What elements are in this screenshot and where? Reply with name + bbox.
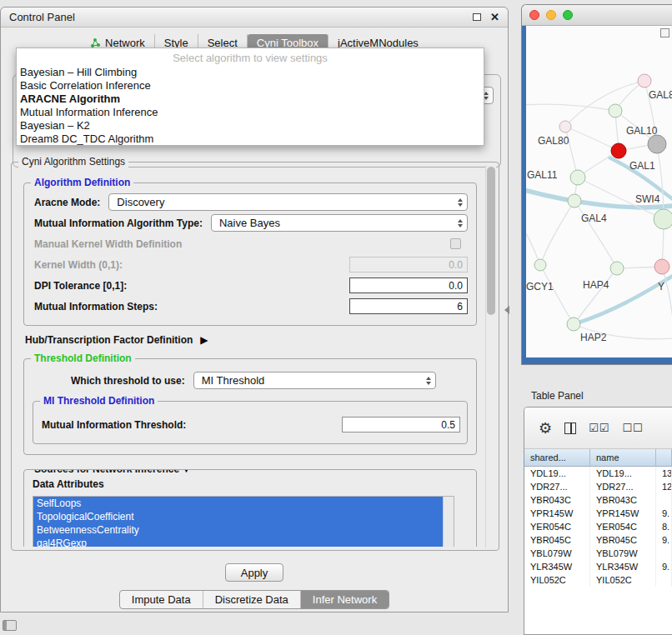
table-row[interactable]: YBL079WYBL079W — [524, 547, 672, 560]
dpi-tolerance-row: DPI Tolerance [0,1]: — [34, 275, 468, 296]
list-item[interactable]: TopologicalCoefficient — [33, 510, 454, 523]
minimize-traffic-light[interactable] — [546, 10, 556, 20]
dpi-tolerance-label: DPI Tolerance [0,1]: — [34, 280, 127, 292]
cell: YDR27... — [590, 480, 656, 493]
mi-steps-field[interactable] — [349, 298, 468, 314]
manual-kernel-checkbox[interactable] — [450, 238, 461, 249]
settings-gear-icon[interactable]: ⚙ — [539, 419, 552, 438]
table-row[interactable]: YLR345WYLR345W9. — [524, 560, 672, 573]
dropdown-item[interactable]: Mutual Information Inference — [17, 106, 484, 119]
network-edges — [526, 81, 672, 339]
network-canvas[interactable]: GAL8 GAL80 GAL10 GAL11 GAL1 SWI4 GAL4 GC… — [526, 26, 672, 358]
cell: 9. — [656, 533, 672, 547]
algorithm-definition-title: Algorithm Definition — [31, 178, 133, 188]
cell: 9. — [656, 507, 672, 520]
table-row[interactable]: YDR27...YDR27...12 — [524, 480, 672, 493]
cell: 9. — [656, 560, 672, 573]
cell: YLR345W — [524, 560, 590, 573]
zoom-traffic-light[interactable] — [563, 10, 573, 20]
table-row[interactable]: YPR145WYPR145W9. — [524, 507, 672, 520]
mi-threshold-field[interactable] — [342, 417, 460, 432]
dropdown-item[interactable]: Bayesian – Hill Climbing — [17, 66, 484, 79]
cell: YDL19... — [590, 467, 656, 480]
network-node[interactable] — [609, 104, 622, 118]
node-label: GAL10 — [626, 125, 657, 137]
table-row[interactable]: YBR045CYBR045C9. — [524, 533, 672, 547]
select-all-columns-icon[interactable]: ☑☑ — [589, 422, 609, 434]
node-label: GAL1 — [629, 160, 655, 172]
close-traffic-light[interactable] — [529, 10, 539, 20]
network-node[interactable] — [559, 121, 571, 132]
birdseye-toggle-button[interactable] — [660, 28, 669, 38]
node-label: GCY1 — [526, 281, 554, 292]
table-row[interactable]: YER054CYER054C8. — [524, 520, 672, 533]
tab-impute-data[interactable]: Impute Data — [120, 591, 203, 608]
close-icon[interactable]: ✕ — [490, 12, 499, 22]
threshold-definition-title: Threshold Definition — [31, 352, 135, 364]
column-header-shared-name[interactable]: shared... — [524, 449, 590, 466]
table-panel-title: Table Panel — [521, 383, 672, 402]
list-item[interactable]: SelfLoops — [33, 497, 454, 510]
kernel-width-field[interactable] — [349, 257, 468, 272]
mi-type-value: Naive Bayes — [219, 217, 454, 229]
network-node[interactable] — [570, 170, 585, 185]
network-window-titlebar[interactable] — [522, 5, 672, 26]
cell: YER054C — [524, 520, 590, 533]
hub-definition-toggle[interactable]: Hub/Transcription Factor Definition ▶ — [25, 334, 477, 346]
manual-kernel-row: Manual Kernel Width Definition — [34, 233, 468, 254]
network-node[interactable] — [638, 74, 651, 88]
settings-scrollbar-thumb[interactable] — [487, 167, 495, 315]
network-node[interactable] — [534, 259, 546, 271]
network-node-selected[interactable] — [611, 143, 626, 158]
data-attributes-list: SelfLoops TopologicalCoefficient Between… — [33, 496, 454, 547]
mi-steps-row: Mutual Information Steps: — [34, 296, 468, 317]
bottom-tabs-segment: Impute Data Discretize Data Infer Networ… — [119, 590, 389, 609]
settings-group-title: Cyni Algorithm Settings — [18, 156, 128, 168]
list-item[interactable]: gal4RGexp — [33, 537, 454, 547]
mi-steps-label: Mutual Information Steps: — [34, 301, 158, 312]
minimized-panel-icon[interactable] — [3, 620, 17, 631]
table-panel: Table Panel ⚙ ☑☑ ☐☐ shared... name YDL19… — [521, 383, 672, 635]
mi-threshold-label: Mutual Information Threshold: — [42, 419, 186, 431]
cell: YBR045C — [524, 533, 590, 547]
which-threshold-select[interactable]: MI Threshold — [193, 372, 436, 389]
network-node[interactable] — [567, 318, 580, 331]
show-columns-icon[interactable] — [564, 422, 576, 434]
tab-discretize-data[interactable]: Discretize Data — [203, 591, 301, 608]
dpi-tolerance-field[interactable] — [349, 278, 468, 293]
dropdown-item[interactable]: Bayesian – K2 — [17, 119, 484, 132]
float-window-icon[interactable] — [473, 13, 481, 21]
cell: YPR145W — [590, 507, 656, 520]
list-item[interactable]: BetweennessCentrality — [33, 523, 454, 537]
network-node[interactable] — [568, 194, 581, 208]
deselect-all-columns-icon[interactable]: ☐☐ — [622, 422, 643, 434]
column-header-extra[interactable] — [656, 449, 672, 466]
sources-group-title[interactable]: Sources for Network Inference ▼ — [31, 469, 193, 475]
dropdown-item[interactable]: Dream8 DC_TDC Algorithm — [17, 132, 484, 146]
cell: YBR043C — [524, 493, 590, 507]
dropdown-item-selected[interactable]: ARACNE Algorithm — [17, 92, 484, 106]
network-graph[interactable] — [526, 26, 672, 358]
column-header-name[interactable]: name — [590, 449, 656, 466]
aracne-mode-label: Aracne Mode: — [34, 197, 100, 208]
list-scrollbar-track[interactable] — [443, 497, 454, 547]
control-panel-titlebar[interactable]: Control Panel ✕ — [1, 8, 508, 28]
expand-arrow-icon: ▶ — [200, 334, 208, 346]
mi-type-row: Mutual Information Algorithm Type: Naive… — [34, 212, 468, 233]
network-node[interactable] — [654, 209, 672, 229]
network-node[interactable] — [648, 135, 666, 153]
tab-infer-network[interactable]: Infer Network — [301, 591, 389, 608]
dropdown-item[interactable]: Basic Correlation Inference — [17, 79, 484, 92]
cell — [656, 547, 672, 560]
network-node[interactable] — [654, 259, 669, 274]
aracne-mode-select[interactable]: Discovery — [108, 193, 468, 211]
mi-type-select[interactable]: Naive Bayes — [211, 214, 468, 232]
table-row[interactable]: YDL19...YDL19...13 — [524, 467, 672, 480]
panel-splitter-handle[interactable] — [504, 306, 509, 314]
network-node[interactable] — [610, 262, 624, 275]
table-row[interactable]: YBR043CYBR043C — [524, 493, 672, 507]
node-label: GAL4 — [581, 212, 607, 224]
table-row[interactable]: YIL052CYIL052C — [524, 573, 672, 587]
apply-button[interactable]: Apply — [225, 563, 283, 582]
data-attributes-label: Data Attributes — [33, 478, 468, 490]
